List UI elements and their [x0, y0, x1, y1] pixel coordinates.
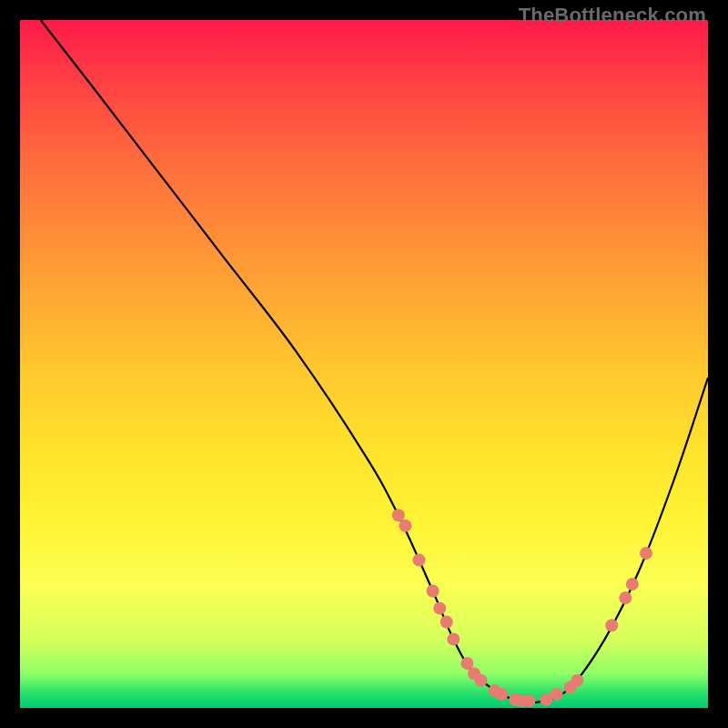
- curve-marker: [447, 632, 460, 645]
- curve-marker: [551, 688, 563, 701]
- curve-marker: [489, 684, 501, 697]
- curve-marker: [619, 592, 632, 604]
- curve-marker: [522, 694, 535, 707]
- curve-marker: [640, 547, 652, 560]
- curve-marker: [495, 688, 508, 701]
- curve-marker: [460, 657, 473, 670]
- curve-marker: [540, 693, 552, 706]
- curve-marker: [509, 693, 521, 706]
- bottleneck-curve: [41, 20, 708, 703]
- curve-marker: [571, 674, 583, 687]
- curve-marker: [392, 509, 405, 521]
- curve-markers: [392, 509, 652, 707]
- watermark-text: TheBottleneck.com: [519, 4, 706, 27]
- curve-marker: [413, 554, 426, 567]
- curve-marker: [516, 694, 529, 707]
- curve-marker: [433, 602, 446, 614]
- curve-marker: [475, 674, 488, 687]
- curve-marker: [626, 578, 639, 591]
- chart-gradient-area: [20, 20, 708, 708]
- curve-marker: [399, 520, 411, 532]
- curve-marker: [468, 667, 480, 680]
- curve-marker: [605, 619, 618, 632]
- curve-marker: [440, 616, 453, 629]
- chart-svg: [20, 20, 708, 708]
- curve-marker: [564, 681, 577, 693]
- curve-marker: [427, 585, 440, 598]
